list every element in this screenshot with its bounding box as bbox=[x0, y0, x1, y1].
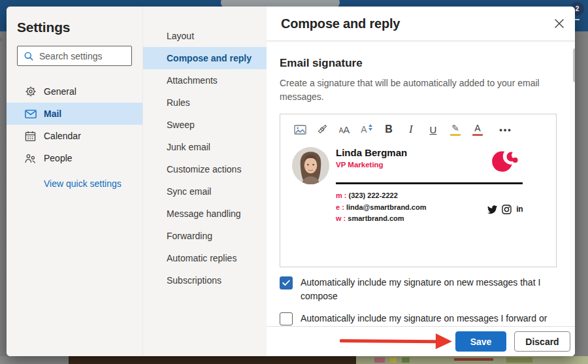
bold-icon[interactable]: B bbox=[378, 120, 400, 139]
nav-item-sweep[interactable]: Sweep bbox=[143, 114, 267, 136]
section-title: Email signature bbox=[280, 57, 557, 70]
background-dimmed-right bbox=[575, 31, 588, 356]
italic-icon[interactable]: I bbox=[400, 120, 422, 139]
instagram-icon bbox=[502, 205, 512, 214]
checkbox-unchecked-icon[interactable] bbox=[280, 312, 293, 325]
settings-sidebar: Settings General Mail bbox=[7, 7, 142, 356]
signature-role: VP Marketing bbox=[336, 161, 407, 169]
chevron-icon: › bbox=[0, 207, 1, 214]
checkbox-row-forward-reply[interactable]: Automatically include my signature on me… bbox=[280, 312, 557, 325]
underline-letter: U bbox=[430, 124, 437, 135]
panel-content: Email signature Create a signature that … bbox=[267, 41, 575, 325]
arrow-head bbox=[436, 333, 452, 349]
email-value: linda@smartbrand.com bbox=[346, 203, 427, 211]
nav-item-forwarding[interactable]: Forwarding bbox=[143, 225, 267, 247]
font-icon[interactable]: AA bbox=[333, 120, 355, 139]
italic-letter: I bbox=[409, 124, 412, 135]
highlight-pen-glyph: ✎ bbox=[451, 123, 459, 133]
close-icon[interactable] bbox=[553, 17, 566, 30]
font-size-icon[interactable]: A bbox=[355, 120, 378, 139]
mail-icon bbox=[24, 109, 37, 119]
sidebar-item-people[interactable]: People bbox=[7, 147, 142, 169]
font-color-bar bbox=[472, 134, 483, 136]
settings-search[interactable] bbox=[17, 46, 132, 66]
nav-item-message-handling[interactable]: Message handling bbox=[143, 203, 267, 225]
sidebar-item-calendar[interactable]: Calendar bbox=[7, 125, 142, 147]
scrollbar-thumb[interactable] bbox=[573, 48, 575, 82]
background-email-image bbox=[69, 356, 356, 364]
background-dimmed-bottom bbox=[0, 356, 588, 364]
settings-nav: Layout Compose and reply Attachments Rul… bbox=[142, 7, 267, 356]
font-small-letter: A bbox=[339, 127, 344, 134]
checkbox-row-new-messages[interactable]: Automatically include my signature on ne… bbox=[280, 276, 557, 303]
format-painter-icon[interactable] bbox=[311, 120, 333, 139]
sidebar-item-label: General bbox=[44, 86, 76, 97]
insert-image-icon[interactable] bbox=[289, 120, 311, 139]
panel-title: Compose and reply bbox=[281, 16, 400, 31]
chevron-icon: › bbox=[0, 239, 1, 247]
chevron-icon: › bbox=[0, 74, 1, 82]
section-description: Create a signature that will be automati… bbox=[280, 76, 557, 104]
avatar bbox=[292, 147, 329, 184]
signature-divider bbox=[336, 182, 523, 184]
twitter-icon bbox=[487, 205, 497, 214]
search-input[interactable] bbox=[39, 51, 125, 61]
discard-button[interactable]: Discard bbox=[514, 331, 570, 352]
signature-name: Linda Bergman bbox=[336, 147, 407, 158]
highlight-icon[interactable]: ✎ bbox=[444, 120, 466, 139]
font-color-letter: A bbox=[474, 123, 480, 133]
more-icon[interactable]: ••• bbox=[493, 120, 519, 139]
chevron-icon: › bbox=[0, 176, 1, 184]
font-color-icon[interactable]: A bbox=[466, 120, 489, 139]
chevron-icon: › bbox=[0, 135, 1, 142]
signature-preview: Linda Bergman VP Marketing bbox=[289, 147, 547, 225]
highlight-color-bar bbox=[450, 134, 461, 136]
nav-item-junk-email[interactable]: Junk email bbox=[143, 136, 267, 158]
more-dots: ••• bbox=[499, 125, 512, 135]
save-button[interactable]: Save bbox=[455, 331, 506, 352]
web-label: w : bbox=[336, 214, 346, 222]
signature-editor[interactable]: AA A B I U ✎ A bbox=[280, 114, 557, 267]
signature-body: Linda Bergman VP Marketing bbox=[336, 147, 523, 225]
checkbox-checked-icon[interactable] bbox=[280, 276, 293, 290]
background-email-image bbox=[356, 356, 588, 364]
linkedin-icon: in bbox=[516, 205, 523, 214]
chevron-icon: › bbox=[0, 271, 1, 278]
compose-reply-panel: Compose and reply Email signature Create… bbox=[267, 7, 575, 356]
signature-contacts: m : (323) 222-2222 e : linda@smartbrand.… bbox=[336, 190, 427, 225]
search-icon bbox=[24, 51, 34, 61]
nav-item-sync-email[interactable]: Sync email bbox=[143, 180, 267, 203]
checkbox-label: Automatically include my signature on me… bbox=[301, 312, 547, 325]
view-quick-settings-link[interactable]: View quick settings bbox=[44, 178, 142, 189]
phone-value: (323) 222-2222 bbox=[349, 191, 398, 199]
sidebar-item-label: Calendar bbox=[44, 131, 81, 141]
nav-item-rules[interactable]: Rules bbox=[143, 91, 267, 114]
settings-dialog: Settings General Mail bbox=[7, 7, 575, 356]
panel-header: Compose and reply bbox=[267, 7, 575, 41]
nav-item-compose-and-reply[interactable]: Compose and reply bbox=[143, 47, 267, 69]
sidebar-item-label: Mail bbox=[44, 108, 61, 119]
brand-logo-icon bbox=[490, 144, 523, 176]
nav-item-subscriptions[interactable]: Subscriptions bbox=[143, 269, 267, 291]
nav-item-attachments[interactable]: Attachments bbox=[143, 69, 267, 91]
nav-item-layout[interactable]: Layout bbox=[143, 25, 267, 47]
signature-socials: in bbox=[487, 194, 523, 225]
bold-letter: B bbox=[385, 124, 393, 135]
font-size-letter: A bbox=[361, 124, 367, 135]
settings-title: Settings bbox=[17, 20, 132, 35]
phone-label: m : bbox=[336, 191, 347, 199]
calendar-icon bbox=[24, 131, 37, 142]
gear-icon bbox=[24, 86, 37, 97]
sidebar-item-general[interactable]: General bbox=[7, 80, 142, 103]
signature-toolbar: AA A B I U ✎ A bbox=[289, 120, 547, 139]
sidebar-item-mail[interactable]: Mail bbox=[7, 103, 142, 125]
size-arrows-icon bbox=[368, 124, 372, 131]
nav-item-automatic-replies[interactable]: Automatic replies bbox=[143, 247, 267, 269]
sidebar-item-label: People bbox=[44, 153, 73, 163]
hamburger-icon: ≡ bbox=[0, 35, 2, 43]
underline-icon[interactable]: U bbox=[422, 120, 444, 139]
checkbox-label: Automatically include my signature on ne… bbox=[301, 276, 557, 303]
email-label: e : bbox=[336, 203, 344, 211]
nav-item-customize-actions[interactable]: Customize actions bbox=[143, 158, 267, 180]
people-icon bbox=[24, 153, 37, 164]
